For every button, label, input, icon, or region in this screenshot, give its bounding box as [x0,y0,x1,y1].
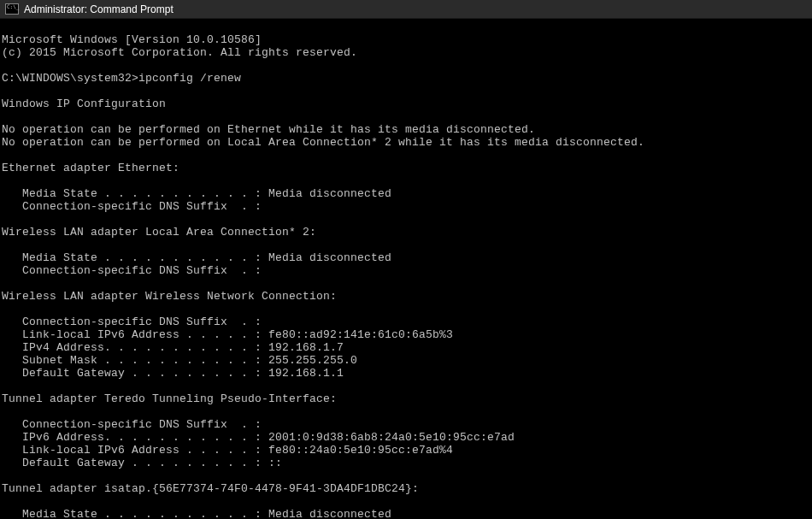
output-line: Default Gateway . . . . . . . . . : 192.… [2,367,344,380]
output-line: Tunnel adapter Teredo Tunneling Pseudo-I… [2,392,337,405]
output-line: Ethernet adapter Ethernet: [2,162,179,174]
output-line: Media State . . . . . . . . . . . : Medi… [2,251,391,264]
output-line: Subnet Mask . . . . . . . . . . . : 255.… [2,354,357,367]
window-title: Administrator: Command Prompt [24,3,174,15]
output-line: (c) 2015 Microsoft Corporation. All righ… [2,46,357,59]
prompt-line: C:\WINDOWS\system32>ipconfig /renew [2,72,241,85]
output-line: Connection-specific DNS Suffix . : [2,200,262,213]
output-line: No operation can be performed on Etherne… [2,123,535,136]
output-line: IPv4 Address. . . . . . . . . . . : 192.… [2,341,344,354]
output-line: Windows IP Configuration [2,97,166,110]
output-line: Media State . . . . . . . . . . . : Medi… [2,508,391,519]
window-titlebar[interactable]: Administrator: Command Prompt [0,0,812,19]
output-line: Wireless LAN adapter Local Area Connecti… [2,226,316,239]
output-line: Connection-specific DNS Suffix . : [2,418,262,431]
output-line: Link-local IPv6 Address . . . . . : fe80… [2,328,453,341]
output-line: Tunnel adapter isatap.{56E77374-74F0-447… [2,482,419,495]
output-line: No operation can be performed on Local A… [2,136,644,149]
terminal-output[interactable]: Microsoft Windows [Version 10.0.10586] (… [0,19,812,519]
output-line: Link-local IPv6 Address . . . . . : fe80… [2,444,453,457]
output-line: Default Gateway . . . . . . . . . : :: [2,457,282,469]
cmd-icon [5,3,19,15]
output-line: IPv6 Address. . . . . . . . . . . : 2001… [2,431,515,444]
output-line: Connection-specific DNS Suffix . : [2,264,262,277]
output-line: Microsoft Windows [Version 10.0.10586] [2,33,262,46]
output-line: Media State . . . . . . . . . . . : Medi… [2,187,391,200]
output-line: Connection-specific DNS Suffix . : [2,316,262,328]
output-line: Wireless LAN adapter Wireless Network Co… [2,290,337,303]
